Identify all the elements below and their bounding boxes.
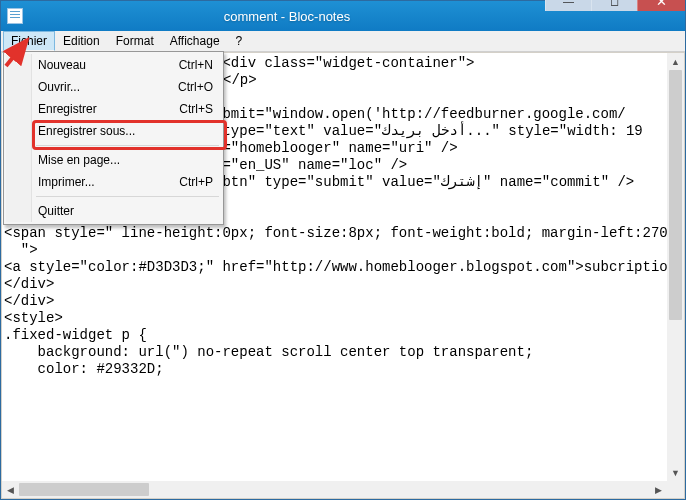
close-button[interactable]: ✕ bbox=[637, 0, 685, 11]
menu-item-mise-en-page[interactable]: Mise en page... bbox=[6, 149, 221, 171]
notepad-icon bbox=[7, 8, 23, 24]
menu-separator bbox=[36, 196, 219, 197]
menu-item-shortcut: Ctrl+N bbox=[179, 58, 213, 72]
menu-item-quitter[interactable]: Quitter bbox=[6, 200, 221, 222]
menu-item-label: Enregistrer bbox=[38, 102, 97, 116]
menu-item-shortcut: Ctrl+O bbox=[178, 80, 213, 94]
menu-format[interactable]: Format bbox=[108, 31, 162, 51]
vertical-scrollbar[interactable]: ▲ ▼ bbox=[667, 53, 684, 481]
scroll-corner bbox=[667, 481, 684, 498]
window-controls: — ◻ ✕ bbox=[545, 0, 685, 11]
menu-item-enregistrer-sous[interactable]: Enregistrer sous... bbox=[6, 120, 221, 142]
menu-item-label: Mise en page... bbox=[38, 153, 120, 167]
menu-item-label: Imprimer... bbox=[38, 175, 95, 189]
menu-separator bbox=[36, 145, 219, 146]
menu-edition[interactable]: Edition bbox=[55, 31, 108, 51]
menu-item-shortcut: Ctrl+S bbox=[179, 102, 213, 116]
horizontal-scrollbar[interactable]: ◀ ▶ bbox=[2, 481, 667, 498]
scroll-down-icon[interactable]: ▼ bbox=[667, 464, 684, 481]
menu-item-ouvrir[interactable]: Ouvrir... Ctrl+O bbox=[6, 76, 221, 98]
menu-help[interactable]: ? bbox=[228, 31, 251, 51]
menu-fichier[interactable]: Fichier bbox=[3, 31, 55, 51]
menu-item-enregistrer[interactable]: Enregistrer Ctrl+S bbox=[6, 98, 221, 120]
scroll-left-icon[interactable]: ◀ bbox=[2, 481, 19, 498]
window-title: comment - Bloc-notes bbox=[29, 9, 545, 24]
title-bar[interactable]: comment - Bloc-notes — ◻ ✕ bbox=[1, 1, 685, 31]
notepad-window: comment - Bloc-notes — ◻ ✕ Fichier Editi… bbox=[0, 0, 686, 500]
vertical-scroll-thumb[interactable] bbox=[669, 70, 682, 320]
menu-item-nouveau[interactable]: Nouveau Ctrl+N bbox=[6, 54, 221, 76]
menu-item-label: Quitter bbox=[38, 204, 74, 218]
fichier-dropdown: Nouveau Ctrl+N Ouvrir... Ctrl+O Enregist… bbox=[3, 51, 224, 225]
menu-bar: Fichier Edition Format Affichage ? Nouve… bbox=[1, 31, 685, 52]
menu-item-imprimer[interactable]: Imprimer... Ctrl+P bbox=[6, 171, 221, 193]
menu-item-label: Enregistrer sous... bbox=[38, 124, 135, 138]
horizontal-scroll-thumb[interactable] bbox=[19, 483, 149, 496]
minimize-button[interactable]: — bbox=[545, 0, 591, 11]
menu-item-label: Ouvrir... bbox=[38, 80, 80, 94]
maximize-button[interactable]: ◻ bbox=[591, 0, 637, 11]
menu-affichage[interactable]: Affichage bbox=[162, 31, 228, 51]
menu-item-label: Nouveau bbox=[38, 58, 86, 72]
scroll-up-icon[interactable]: ▲ bbox=[667, 53, 684, 70]
menu-item-shortcut: Ctrl+P bbox=[179, 175, 213, 189]
scroll-right-icon[interactable]: ▶ bbox=[650, 481, 667, 498]
